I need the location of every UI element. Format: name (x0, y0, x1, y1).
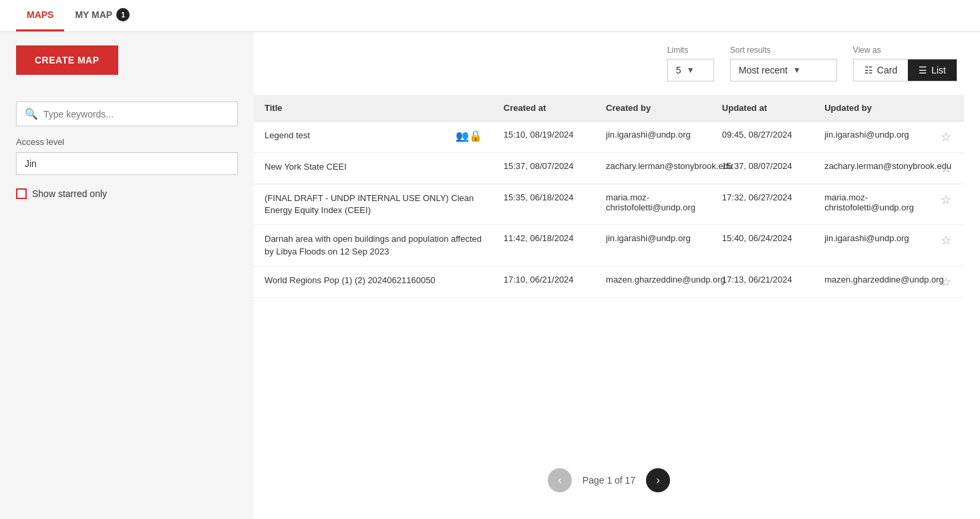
pagination: ‹ Page 1 of 17 › (254, 455, 964, 506)
star-button[interactable]: ☆ (941, 233, 951, 248)
cell-created-by: jin.igarashi@undp.org (595, 122, 711, 153)
sort-value: Most recent (739, 65, 788, 75)
search-input[interactable] (43, 109, 229, 120)
view-toggle: ☷ Card ☰ List (853, 59, 957, 81)
limits-select[interactable]: 5 ▼ (667, 59, 714, 81)
table-row: Darnah area with open buildings and popu… (254, 225, 964, 266)
cell-updated-by: mazen.gharzeddine@undp.org (814, 266, 930, 297)
sort-label: Sort results (730, 45, 837, 55)
cell-updated-at: 15:40, 06/24/2024 (711, 225, 814, 266)
limits-value: 5 (676, 65, 681, 75)
page-info: Page 1 of 17 (583, 475, 635, 486)
cell-title: New York State CEEI (254, 153, 493, 184)
view-group: View as ☷ Card ☰ List (853, 45, 957, 81)
cell-created-at: 17:10, 06/21/2024 (493, 266, 595, 297)
cell-created-by: maria.moz-christofoletti@undp.org (595, 184, 711, 225)
col-updated-by: Updated by (814, 95, 930, 122)
col-created-by: Created by (595, 95, 711, 122)
cell-star: ☆ (930, 184, 964, 225)
search-box: 🔍 (16, 102, 238, 126)
limits-group: Limits 5 ▼ (667, 45, 714, 81)
map-table: Title Created at Created by Updated at U (254, 95, 964, 455)
table-row: Legend test👥🔒15:10, 08/19/2024jin.igaras… (254, 122, 964, 153)
tab-maps[interactable]: MAPS (16, 0, 64, 31)
star-button[interactable]: ☆ (941, 275, 951, 289)
map-title-text[interactable]: Legend test (265, 130, 450, 142)
show-starred-checkbox[interactable] (16, 188, 27, 199)
card-label: Card (877, 65, 897, 75)
tab-maps-label: MAPS (27, 9, 53, 20)
show-starred-row: Show starred only (16, 188, 238, 199)
star-button[interactable]: ☆ (941, 130, 951, 144)
cell-updated-at: 17:13, 06/21/2024 (711, 266, 814, 297)
cell-title: Darnah area with open buildings and popu… (254, 225, 493, 266)
table-row: World Regions Pop (1) (2) 20240621160050… (254, 266, 964, 297)
cell-title: Legend test👥🔒 (254, 122, 493, 153)
search-icon: 🔍 (25, 108, 38, 120)
show-starred-label: Show starred only (32, 188, 107, 199)
view-label: View as (853, 45, 957, 55)
cell-updated-by: zachary.lerman@stonybrook.edu (814, 153, 930, 184)
chevron-down-icon: ▼ (687, 65, 695, 75)
cell-created-by: jin.igarashi@undp.org (595, 225, 711, 266)
cell-updated-at: 09:45, 08/27/2024 (711, 122, 814, 153)
lock-icon: 👥🔒 (456, 130, 482, 142)
next-page-button[interactable]: › (646, 468, 670, 492)
toolbar: Limits 5 ▼ Sort results Most recent ▼ Vi… (254, 45, 964, 81)
cell-created-at: 15:37, 08/07/2024 (493, 153, 595, 184)
cell-star: ☆ (930, 122, 964, 153)
tab-mymap-label: MY MAP (75, 9, 112, 20)
sort-chevron-icon: ▼ (793, 65, 801, 75)
cell-updated-at: 17:32, 06/27/2024 (711, 184, 814, 225)
cell-created-by: zachary.lerman@stonybrook.edu (595, 153, 711, 184)
access-level-label: Access level (16, 137, 238, 147)
cell-updated-by: jin.igarashi@undp.org (814, 122, 930, 153)
cell-updated-by: maria.moz-christofoletti@undp.org (814, 184, 930, 225)
map-title-text[interactable]: New York State CEEI (265, 161, 482, 173)
card-view-button[interactable]: ☷ Card (854, 59, 908, 81)
list-icon: ☰ (919, 65, 927, 75)
col-updated-at: Updated at (711, 95, 814, 122)
col-star (930, 95, 964, 122)
cell-created-at: 11:42, 06/18/2024 (493, 225, 595, 266)
prev-page-button[interactable]: ‹ (548, 468, 572, 492)
map-title-text[interactable]: World Regions Pop (1) (2) 20240621160050 (265, 275, 482, 287)
limits-label: Limits (667, 45, 714, 55)
cell-title: (FINAL DRAFT - UNDP INTERNAL USE ONLY) C… (254, 184, 493, 225)
cell-updated-by: jin.igarashi@undp.org (814, 225, 930, 266)
star-button[interactable]: ☆ (941, 161, 951, 176)
mymap-badge: 1 (116, 8, 130, 21)
cell-updated-at: 15:37, 08/07/2024 (711, 153, 814, 184)
tab-mymap[interactable]: MY MAP 1 (64, 0, 140, 33)
cell-created-by: mazen.gharzeddine@undp.org (595, 266, 711, 297)
list-label: List (931, 65, 946, 75)
cell-star: ☆ (930, 225, 964, 266)
create-map-button[interactable]: CREATE MAP (16, 45, 118, 75)
cell-created-at: 15:35, 06/18/2024 (493, 184, 595, 225)
table-row: (FINAL DRAFT - UNDP INTERNAL USE ONLY) C… (254, 184, 964, 225)
grid-icon: ☷ (864, 65, 873, 75)
cell-title: World Regions Pop (1) (2) 20240621160050 (254, 266, 493, 297)
sort-select[interactable]: Most recent ▼ (730, 59, 837, 81)
access-level-input[interactable] (16, 152, 238, 175)
col-title: Title (254, 95, 493, 122)
table-row: New York State CEEI15:37, 08/07/2024zach… (254, 153, 964, 184)
star-button[interactable]: ☆ (941, 192, 951, 207)
list-view-button[interactable]: ☰ List (908, 59, 957, 81)
col-created-at: Created at (493, 95, 595, 122)
map-title-text[interactable]: (FINAL DRAFT - UNDP INTERNAL USE ONLY) C… (265, 192, 482, 216)
map-title-text[interactable]: Darnah area with open buildings and popu… (265, 233, 482, 257)
sort-group: Sort results Most recent ▼ (730, 45, 837, 81)
cell-created-at: 15:10, 08/19/2024 (493, 122, 595, 153)
